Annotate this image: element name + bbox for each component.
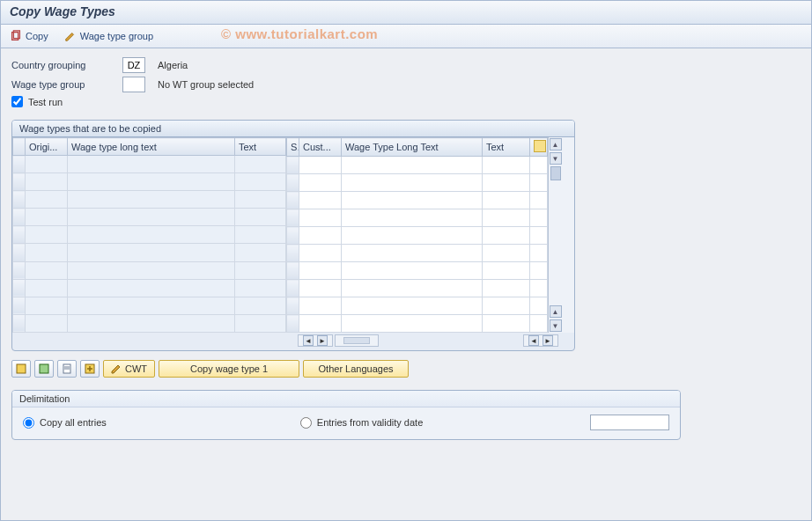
action-row: CWT Copy wage type 1 Other Languages	[11, 360, 801, 378]
table-row[interactable]	[287, 157, 548, 174]
country-grouping-text: Algeria	[158, 60, 188, 70]
wage-type-group-input[interactable]	[122, 77, 145, 92]
new-entry-icon	[85, 363, 95, 374]
table-row[interactable]	[13, 244, 286, 261]
wage-type-group-row: Wage type group No WT group selected	[11, 77, 801, 92]
table-row[interactable]	[287, 227, 548, 245]
table-row[interactable]	[287, 174, 548, 192]
hscroll-left-next-icon[interactable]: ►	[317, 335, 328, 346]
left-grid[interactable]: Origi... Wage type long text Text	[12, 137, 286, 333]
table-row[interactable]	[13, 173, 286, 191]
select-all-button[interactable]	[11, 360, 31, 378]
hscroll-right[interactable]: ◄ ►	[523, 334, 558, 347]
other-languages-button[interactable]: Other Languages	[303, 360, 409, 378]
svg-rect-2	[17, 364, 26, 373]
left-col-long-text[interactable]: Wage type long text	[68, 138, 235, 156]
table-row[interactable]	[287, 315, 548, 333]
application-toolbar: Copy Wage type group © www.tutorialkart.…	[1, 25, 811, 48]
test-run-row: Test run	[11, 96, 801, 107]
title-bar: Copy Wage Types	[1, 1, 811, 25]
table-row[interactable]	[13, 209, 286, 226]
copy-all-label: Copy all entries	[40, 417, 107, 428]
scroll-down-button[interactable]: ▼	[550, 319, 562, 332]
wage-types-panel-title: Wage types that are to be copied	[12, 121, 574, 137]
test-run-label: Test run	[28, 97, 63, 107]
hscroll-right-next-icon[interactable]: ►	[543, 335, 553, 346]
content-area: Country grouping Algeria Wage type group…	[1, 48, 811, 520]
right-col-text[interactable]: Text	[483, 138, 530, 157]
table-row[interactable]	[287, 280, 548, 297]
table-row[interactable]	[13, 279, 286, 297]
right-grid[interactable]: S Cust... Wage Type Long Text Text	[286, 137, 548, 333]
hscroll-left-prev-icon[interactable]: ◄	[303, 335, 314, 346]
scroll-up-button[interactable]: ▲	[550, 138, 562, 150]
entries-from-label: Entries from validity date	[317, 417, 423, 428]
wage-types-panel: Wage types that are to be copied Origi..…	[11, 120, 575, 351]
entries-from-radio[interactable]	[300, 417, 312, 429]
country-grouping-input[interactable]	[122, 57, 145, 73]
page-title: Copy Wage Types	[10, 4, 802, 18]
test-run-checkbox[interactable]	[11, 96, 23, 107]
hscroll-right-prev-icon[interactable]: ◄	[528, 335, 539, 346]
delimitation-title: Delimitation	[12, 391, 680, 407]
right-col-cust[interactable]: Cust...	[299, 138, 342, 157]
wage-type-group-text: No WT group selected	[158, 79, 254, 90]
table-row[interactable]	[13, 261, 286, 279]
left-col-text[interactable]: Text	[235, 138, 286, 156]
right-col-s[interactable]: S	[287, 138, 299, 157]
copy-button-label: Copy	[26, 31, 48, 41]
country-grouping-label: Country grouping	[11, 60, 117, 70]
configure-columns-icon[interactable]	[534, 140, 546, 152]
grid-config-header[interactable]	[530, 138, 548, 157]
table-row[interactable]	[287, 209, 548, 227]
table-row[interactable]	[13, 314, 286, 332]
delimitation-body: Copy all entries Entries from validity d…	[12, 407, 680, 432]
country-grouping-row: Country grouping Algeria	[11, 57, 801, 73]
grid-container: Origi... Wage type long text Text	[12, 137, 574, 333]
svg-rect-3	[40, 364, 48, 373]
pencil-icon	[64, 30, 77, 42]
select-all-icon	[16, 363, 26, 374]
hscroll-thumb[interactable]	[343, 337, 370, 344]
watermark-text: © www.tutorialkart.com	[221, 26, 378, 41]
edit-icon	[111, 363, 122, 374]
left-col-original[interactable]: Origi...	[26, 138, 68, 156]
deselect-all-button[interactable]	[34, 360, 54, 378]
wage-type-group-button[interactable]: Wage type group	[63, 28, 155, 44]
page-button[interactable]	[57, 360, 77, 378]
table-row[interactable]	[287, 297, 548, 315]
entries-from-date-option[interactable]: Entries from validity date	[300, 417, 423, 429]
copy-wage-type-button[interactable]: Copy wage type 1	[159, 360, 299, 378]
table-row[interactable]	[287, 262, 548, 280]
table-row[interactable]	[13, 297, 286, 314]
copy-button[interactable]: Copy	[8, 28, 50, 44]
vertical-scrollbar[interactable]: ▲ ▼ ▲ ▼	[548, 137, 562, 333]
delimitation-panel: Delimitation Copy all entries Entries fr…	[11, 390, 681, 440]
table-row[interactable]	[13, 226, 286, 244]
copy-all-entries-option[interactable]: Copy all entries	[23, 417, 107, 429]
copy-icon	[10, 30, 22, 42]
right-col-long-text[interactable]: Wage Type Long Text	[342, 138, 483, 157]
cwt-button[interactable]: CWT	[103, 360, 155, 378]
scroll-down-step-button[interactable]: ▼	[550, 152, 562, 165]
page-icon	[62, 363, 72, 374]
validity-date-input[interactable]	[590, 415, 669, 430]
wage-type-group-label: Wage type group	[11, 79, 117, 90]
other-languages-label: Other Languages	[319, 363, 394, 374]
hscroll-track[interactable]	[335, 334, 379, 347]
copy-wage-type-label: Copy wage type 1	[190, 363, 268, 374]
cwt-button-label: CWT	[125, 363, 147, 374]
deselect-all-icon	[39, 363, 49, 374]
hscroll-left[interactable]: ◄ ►	[298, 334, 333, 347]
table-row[interactable]	[13, 156, 286, 173]
wage-type-group-button-label: Wage type group	[80, 31, 153, 41]
scroll-up-page-button[interactable]: ▲	[550, 305, 562, 318]
new-entry-button[interactable]	[80, 360, 100, 378]
table-row[interactable]	[287, 192, 548, 209]
table-row[interactable]	[13, 191, 286, 209]
table-row[interactable]	[287, 245, 548, 262]
left-grid-corner	[13, 138, 26, 156]
copy-all-radio[interactable]	[23, 417, 34, 429]
scroll-thumb[interactable]	[550, 166, 561, 180]
